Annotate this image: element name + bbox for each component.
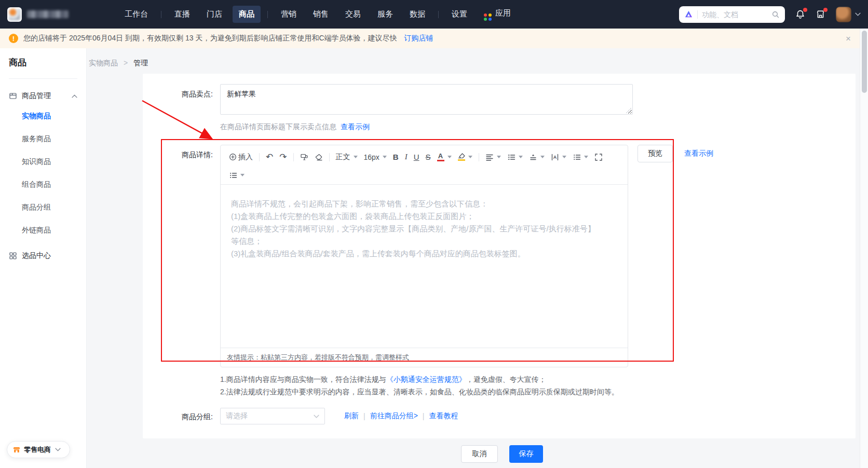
detail-notes: 1.商品详情内容应与商品实物一致，符合法律法规与《小鹅通安全运营规范》，避免虚假… (220, 373, 619, 398)
product-box-icon (9, 92, 17, 100)
notifications-button[interactable] (795, 9, 805, 19)
cancel-button[interactable]: 取消 (461, 445, 498, 463)
nav-divider (161, 11, 161, 18)
search-input[interactable] (702, 10, 767, 19)
nav-item-product[interactable]: 商品 (233, 6, 261, 23)
sidebar-group-product-manage[interactable]: 商品管理 (0, 89, 86, 103)
sidebar-group-label: 商品管理 (22, 91, 51, 101)
goto-product-group-link[interactable]: 前往商品分组> (370, 411, 418, 421)
nav-item-apps[interactable]: 应用 (478, 5, 517, 24)
product-group-links: 刷新 | 前往商品分组> | 查看教程 (344, 411, 458, 421)
view-example-link-detail[interactable]: 查看示例 (684, 149, 713, 158)
chevron-down-icon (855, 12, 861, 16)
avatar (836, 7, 851, 22)
nav-item-store[interactable]: 门店 (200, 6, 228, 23)
close-icon[interactable]: × (846, 34, 851, 43)
scrollbar-thumb[interactable] (862, 31, 867, 93)
banner-text: 您的店铺将于 2025年06月04日 到期，有效期仅剩 13 天，为避免到期后影… (23, 34, 397, 43)
selling-point-input[interactable]: 新鲜苹果 (220, 84, 633, 115)
font-color-button[interactable]: A (434, 150, 455, 164)
sidebar-item-service-product[interactable]: 服务商品 (22, 131, 51, 146)
shop-button[interactable] (816, 9, 825, 19)
expiry-warning-banner: ! 您的店铺将于 2025年06月04日 到期，有效期仅剩 13 天，为避免到期… (0, 29, 860, 48)
undo-icon: ↶ (266, 153, 273, 161)
notification-badge (803, 8, 807, 12)
safety-spec-link[interactable]: 《小鹅通安全运营规范》 (386, 375, 466, 383)
nav-item-settings[interactable]: 设置 (445, 6, 473, 23)
redo-button[interactable]: ↷ (276, 150, 290, 164)
list-style-button[interactable] (226, 168, 248, 183)
warning-icon: ! (9, 34, 18, 43)
caret-down-icon (540, 156, 545, 158)
bold-button[interactable]: B (390, 150, 402, 164)
product-group-select[interactable]: 请选择 (220, 408, 325, 424)
preview-button[interactable]: 预览 (638, 145, 673, 162)
global-search[interactable] (679, 6, 785, 23)
scrollbar-track[interactable] (860, 29, 868, 468)
undo-button[interactable]: ↶ (263, 150, 276, 164)
order-shop-link[interactable]: 订购店铺 (404, 34, 433, 43)
eraser-icon (315, 153, 323, 161)
editor-placeholder-line: (2)商品标签文字需清晰可识别，文字内容完整显示【商品类别、产地/原产国、生产许… (231, 223, 617, 235)
ordered-list-button[interactable] (504, 150, 526, 164)
nav-item-sales[interactable]: 销售 (307, 6, 335, 23)
nav-item-workbench[interactable]: 工作台 (118, 6, 154, 23)
sidebar-item-selection-center[interactable]: 选品中心 (0, 249, 86, 263)
editor-placeholder-line: 商品详情不规范，会引起商品下架，影响正常销售，需至少包含以下信息： (231, 198, 617, 210)
caret-down-icon (584, 156, 588, 158)
nav-item-marketing[interactable]: 营销 (275, 6, 303, 23)
sidebar-item-knowledge-product[interactable]: 知识商品 (22, 154, 51, 169)
toolbar-divider (329, 153, 330, 161)
brand[interactable] (7, 7, 69, 22)
retail-ecommerce-switcher[interactable]: 零售电商 (7, 441, 70, 458)
ordered-list-icon (507, 153, 516, 161)
bullet-list-button[interactable] (569, 150, 591, 164)
caret-down-icon (562, 156, 566, 158)
font-color-icon: A (437, 153, 444, 161)
link-separator: | (363, 412, 365, 420)
select-placeholder: 请选择 (226, 411, 314, 421)
editor-content-area[interactable]: 商品详情不规范，会引起商品下架，影响正常销售，需至少包含以下信息： (1)盒装商… (221, 185, 628, 348)
font-size-select[interactable]: 16px (361, 150, 390, 164)
selling-point-helper: 在商品详情页面标题下展示卖点信息查看示例 (220, 122, 370, 132)
insert-button[interactable]: 插入 (226, 150, 256, 164)
align-button[interactable] (482, 150, 504, 164)
line-height-button[interactable] (526, 150, 548, 164)
sidebar-title: 商品 (9, 57, 26, 68)
refresh-link[interactable]: 刷新 (344, 411, 359, 421)
list-style-icon (229, 171, 237, 180)
caret-down-icon (240, 174, 245, 176)
nav-divider (438, 11, 439, 18)
account-menu[interactable] (836, 7, 861, 22)
caret-down-icon (447, 156, 452, 158)
sidebar-item-combo-product[interactable]: 组合商品 (22, 177, 51, 191)
letter-spacing-button[interactable]: A (548, 150, 569, 164)
underline-button[interactable]: U (411, 150, 423, 164)
nav-item-service[interactable]: 服务 (371, 6, 399, 23)
breadcrumb-separator: > (124, 59, 128, 67)
breadcrumb-parent[interactable]: 实物商品 (89, 59, 118, 67)
selling-point-label: 商品卖点: (143, 90, 213, 99)
nav-item-trade[interactable]: 交易 (339, 6, 367, 23)
sidebar-item-product-group[interactable]: 商品分组 (22, 200, 51, 214)
sidebar-item-external-product[interactable]: 外链商品 (22, 223, 51, 237)
link-separator: | (423, 412, 425, 420)
eraser-button[interactable] (311, 150, 326, 164)
save-button[interactable]: 保存 (509, 445, 543, 463)
format-painter-button[interactable] (297, 150, 311, 164)
nav-divider (267, 11, 268, 18)
paragraph-style-select[interactable]: 正文 (333, 150, 361, 164)
strikethrough-button[interactable]: S (423, 150, 434, 164)
highlight-color-button[interactable] (455, 150, 476, 164)
fullscreen-button[interactable] (591, 150, 606, 164)
nav-menu: 工作台 直播 门店 商品 营销 销售 交易 服务 数据 设置 应用 (118, 5, 517, 24)
nav-item-live[interactable]: 直播 (168, 6, 196, 23)
italic-button[interactable]: I (402, 150, 411, 164)
view-example-link[interactable]: 查看示例 (341, 122, 370, 131)
view-tutorial-link[interactable]: 查看教程 (429, 411, 458, 421)
top-nav: 工作台 直播 门店 商品 营销 销售 交易 服务 数据 设置 应用 (0, 0, 868, 29)
highlighter-icon (458, 153, 465, 161)
rich-text-editor: 插入 ↶ ↷ (220, 145, 628, 367)
nav-item-data[interactable]: 数据 (403, 6, 431, 23)
sidebar-item-physical-product[interactable]: 实物商品 (22, 108, 51, 123)
